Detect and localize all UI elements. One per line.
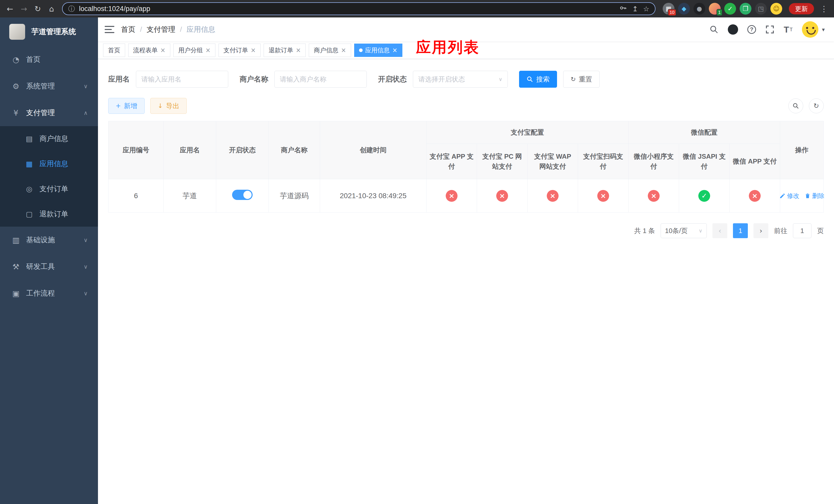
sidebar-item-app-info[interactable]: ▦ 应用信息 [0, 151, 98, 176]
close-icon[interactable]: × [250, 47, 256, 53]
search-button[interactable]: 搜索 [519, 71, 557, 88]
sidebar-item-system[interactable]: ⚙ 系统管理 ∨ [0, 73, 98, 99]
merchant-name-input[interactable] [275, 71, 367, 88]
browser-menu-icon[interactable]: ⋮ [818, 4, 830, 13]
sidebar-item-refund-order[interactable]: ▢ 退款订单 [0, 202, 98, 227]
pagination: 共 1 条 10条/页 ∨ ‹ 1 › 前往 页 [108, 223, 824, 238]
cell-alipay-pc: × [477, 179, 528, 212]
browser-chrome: ← → ↻ ⌂ ⓘ localhost:1024/pay/app ↥ ☆ ▦ 1… [0, 0, 834, 18]
extension-icon[interactable]: ❐ [740, 3, 751, 15]
col-wechat-jsapi: 微信 JSAPI 支付 [679, 144, 730, 179]
goto-page-input[interactable] [793, 223, 811, 238]
extension-icon[interactable]: ● [694, 3, 705, 15]
sidebar-item-pay-order[interactable]: ◎ 支付订单 [0, 176, 98, 202]
sidebar-item-home[interactable]: ◔ 首页 [0, 46, 98, 73]
cell-app-id: 6 [109, 179, 163, 212]
back-button[interactable]: ← [4, 3, 16, 15]
puzzle-extensions-icon[interactable]: ◳ [755, 3, 767, 15]
help-icon[interactable]: ? [747, 25, 756, 34]
avatar[interactable] [802, 21, 818, 38]
tab-refund-order[interactable]: 退款订单 × [264, 44, 306, 57]
sidebar-item-infrastructure[interactable]: ▥ 基础设施 ∨ [0, 227, 98, 253]
fullscreen-icon[interactable] [765, 25, 774, 34]
refresh-icon: ↻ [813, 102, 819, 110]
cell-merchant: 芋道源码 [269, 179, 320, 212]
sidebar-item-payment[interactable]: ¥ 支付管理 ∧ [0, 99, 98, 126]
tab-app-info[interactable]: 应用信息 × [354, 44, 402, 57]
add-button[interactable]: + 新增 [108, 98, 145, 114]
status-select[interactable]: 请选择开启状态 ∨ [413, 71, 508, 88]
status-toggle[interactable] [232, 190, 253, 200]
close-icon[interactable]: × [160, 47, 166, 53]
extension-icon[interactable]: ▦ 10 [663, 3, 675, 15]
tab-process-form[interactable]: 流程表单 × [128, 44, 170, 57]
extension-badge: 1 [717, 9, 722, 16]
forward-button[interactable]: → [18, 3, 30, 15]
app-name-input[interactable] [136, 71, 228, 88]
reload-button[interactable]: ↻ [32, 3, 44, 15]
font-size-icon[interactable]: TT [784, 25, 793, 34]
edit-button[interactable]: 修改 [780, 192, 799, 200]
tab-merchant-info[interactable]: 商户信息 × [309, 44, 351, 57]
share-icon[interactable]: ↥ [632, 5, 638, 13]
export-button[interactable]: ↓ 导出 [150, 98, 187, 114]
close-icon[interactable]: × [205, 47, 211, 53]
extension-icon[interactable]: ✓ [724, 3, 736, 15]
group-alipay-config: 支付宝配置 [426, 121, 629, 144]
tab-home[interactable]: 首页 [103, 44, 125, 57]
col-actions: 操作 [780, 121, 824, 179]
breadcrumb: 首页 / 支付管理 / 应用信息 [121, 25, 215, 35]
github-icon[interactable] [728, 24, 738, 35]
home-button[interactable]: ⌂ [46, 3, 58, 15]
breadcrumb-separator: / [140, 25, 142, 33]
url-text[interactable]: localhost:1024/pay/app [79, 5, 615, 13]
url-bar[interactable]: ⓘ localhost:1024/pay/app ↥ ☆ [62, 2, 656, 15]
col-alipay-pc: 支付宝 PC 网站支付 [477, 144, 528, 179]
close-icon[interactable]: × [341, 47, 346, 53]
extension-icon[interactable]: ◆ [678, 3, 690, 15]
page-content: 应用名 商户名称 开启状态 请选择开启状态 ∨ 搜索 [98, 59, 834, 504]
breadcrumb-home[interactable]: 首页 [121, 25, 135, 35]
disabled-status-icon: × [597, 190, 609, 202]
merchant-name-label: 商户名称 [240, 74, 268, 84]
reset-button[interactable]: ↻ 重置 [563, 71, 599, 88]
disabled-status-icon: × [648, 190, 660, 202]
chevron-down-icon[interactable]: ▾ [822, 26, 825, 33]
filter-form: 应用名 商户名称 开启状态 请选择开启状态 ∨ 搜索 [108, 71, 824, 88]
delete-button[interactable]: 删除 [805, 192, 825, 200]
extension-strip: ▦ 10 ◆ ● 1 ✓ ❐ ◳ ☺ [663, 3, 782, 15]
search-icon[interactable] [709, 25, 719, 34]
cell-wechat-lite: × [629, 179, 679, 212]
col-alipay-app: 支付宝 APP 支付 [426, 144, 477, 179]
breadcrumb-payment[interactable]: 支付管理 [147, 25, 175, 35]
hamburger-menu-icon[interactable] [98, 18, 121, 42]
topbar: 首页 / 支付管理 / 应用信息 ? [98, 18, 834, 42]
prev-page-button[interactable]: ‹ [712, 223, 727, 238]
extension-icon[interactable]: 1 [709, 3, 721, 15]
password-key-icon[interactable] [619, 4, 627, 14]
bookmark-star-icon[interactable]: ☆ [643, 5, 649, 13]
toggle-search-button[interactable] [788, 98, 803, 113]
profile-avatar-icon[interactable]: ☺ [770, 3, 782, 15]
browser-update-button[interactable]: 更新 [789, 3, 814, 14]
close-icon[interactable]: × [296, 47, 301, 53]
chevron-down-icon: ∨ [84, 237, 88, 243]
tab-user-group[interactable]: 用户分组 × [173, 44, 215, 57]
next-page-button[interactable]: › [753, 223, 768, 238]
disabled-status-icon: × [749, 190, 761, 202]
page-size-select[interactable]: 10条/页 ∨ [661, 223, 707, 238]
order-icon: ◎ [24, 185, 35, 193]
cell-alipay-wap: × [528, 179, 578, 212]
close-icon[interactable]: × [392, 47, 397, 53]
sidebar-item-merchant-info[interactable]: ▤ 商户信息 [0, 126, 98, 151]
site-info-icon[interactable]: ⓘ [68, 4, 75, 13]
sidebar-item-dev-tools[interactable]: ⚒ 研发工具 ∨ [0, 253, 98, 280]
goto-label: 前往 [774, 226, 787, 235]
status-label: 开启状态 [378, 74, 407, 84]
tab-pay-order[interactable]: 支付订单 × [219, 44, 261, 57]
app-logo[interactable]: 芋道管理系统 [0, 18, 98, 46]
cell-wechat-app: × [730, 179, 780, 212]
page-number-button[interactable]: 1 [733, 223, 748, 238]
sidebar-item-workflow[interactable]: ▣ 工作流程 ∨ [0, 280, 98, 306]
refresh-table-button[interactable]: ↻ [809, 98, 824, 113]
